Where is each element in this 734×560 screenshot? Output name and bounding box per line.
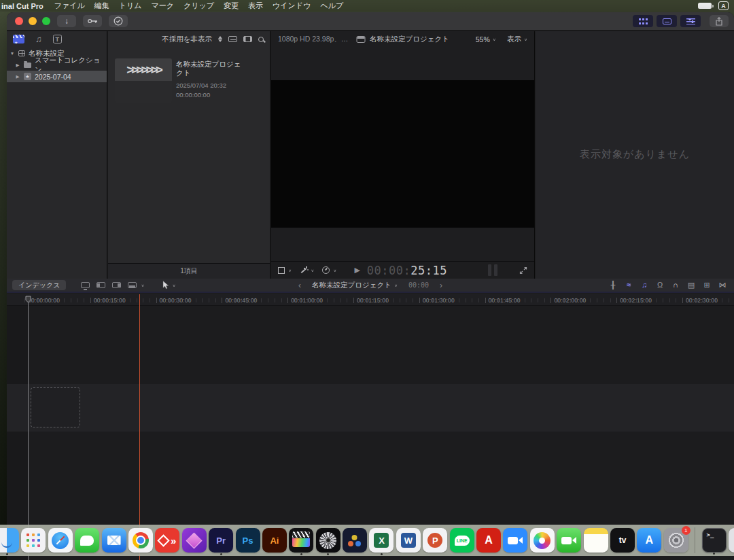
- clip-thumbnail[interactable]: >>>>>>>: [115, 58, 172, 103]
- dock-app-icon[interactable]: [695, 527, 695, 553]
- dock-app-icon[interactable]: [530, 528, 555, 553]
- skimmer-line[interactable]: [139, 294, 140, 560]
- dock-app-icon[interactable]: Pr: [209, 528, 233, 553]
- menu-item[interactable]: ウインドウ: [273, 1, 311, 11]
- forward-arrow[interactable]: ›: [440, 281, 442, 290]
- clips-pane-icon[interactable]: [13, 35, 24, 43]
- playhead-pin-icon[interactable]: [25, 296, 31, 303]
- filmstrip-view-icon[interactable]: [243, 36, 252, 42]
- pointer-tool-dropdown[interactable]: ∨: [162, 281, 176, 290]
- menu-item[interactable]: 編集: [94, 1, 109, 11]
- browser-panel-toggle-button[interactable]: [633, 15, 653, 27]
- dock-app-icon[interactable]: [729, 528, 734, 553]
- titles-pane-icon[interactable]: T: [53, 35, 62, 43]
- dock-app-icon[interactable]: [343, 528, 367, 553]
- dock-app-icon[interactable]: [557, 528, 581, 553]
- disclosure-triangle-icon[interactable]: ▶: [15, 74, 20, 80]
- dock-app-icon[interactable]: [128, 528, 153, 553]
- filter-dropdown[interactable]: 不採用を非表示: [162, 35, 212, 44]
- disclosure-triangle-icon[interactable]: ▶: [15, 63, 20, 68]
- dock-app-icon[interactable]: [0, 528, 19, 553]
- chevron-down-icon[interactable]: ∨: [141, 283, 144, 287]
- menu-item[interactable]: マーク: [152, 1, 175, 11]
- search-icon[interactable]: [258, 37, 264, 42]
- dock-app-icon[interactable]: [503, 528, 527, 553]
- clip-name[interactable]: 名称未設定プロジェクト: [176, 60, 241, 77]
- timeline-option-icon[interactable]: [608, 281, 618, 289]
- import-media-button[interactable]: ↓: [57, 15, 76, 27]
- dock-app-icon[interactable]: A: [476, 528, 501, 553]
- dock-app-icon[interactable]: [48, 528, 73, 553]
- menu-item[interactable]: ヘルプ: [320, 1, 343, 11]
- dock-app-icon[interactable]: LINE: [450, 528, 474, 553]
- dock-app-icon[interactable]: [182, 528, 207, 553]
- timeline-option-icon[interactable]: [702, 281, 712, 289]
- battery-icon[interactable]: [698, 3, 712, 9]
- back-arrow[interactable]: ‹: [298, 281, 301, 290]
- dock-app-icon[interactable]: Ai: [262, 528, 287, 553]
- dock-app-icon[interactable]: P: [423, 528, 447, 553]
- keyword-editor-button[interactable]: [83, 15, 102, 27]
- menu-item[interactable]: 表示: [248, 1, 263, 11]
- app-menu-title[interactable]: inal Cut Pro: [1, 2, 43, 10]
- audio-meters[interactable]: [488, 264, 497, 276]
- share-button[interactable]: [710, 15, 729, 27]
- viewer-canvas[interactable]: [271, 80, 534, 228]
- timeline-area[interactable]: 00:00:00:00 00:00:15:00 00:00:30:00 00:0…: [7, 294, 734, 560]
- dock-app-icon[interactable]: tv: [610, 528, 635, 553]
- play-button[interactable]: ▶: [354, 266, 360, 275]
- enhancements-dropdown[interactable]: ∨: [300, 266, 314, 274]
- viewer-timecode[interactable]: 00:00:25:15: [367, 264, 447, 277]
- clip-drop-placeholder[interactable]: [31, 387, 80, 427]
- transform-tool-dropdown[interactable]: ∨: [278, 267, 292, 274]
- background-tasks-button[interactable]: [109, 15, 128, 27]
- edit-tool-icon[interactable]: [97, 282, 105, 288]
- close-window-button[interactable]: [15, 17, 23, 25]
- dock-app-icon[interactable]: >_: [702, 528, 727, 553]
- sidebar-item[interactable]: ▶ 2025-07-04: [7, 71, 107, 82]
- timeline-option-icon[interactable]: [718, 281, 727, 289]
- format-info-label[interactable]: 1080p HD 23.98p、…: [278, 35, 348, 44]
- timeline-option-icon[interactable]: [671, 281, 680, 289]
- sidebar-item[interactable]: ▶ スマートコレクション: [7, 59, 107, 71]
- menu-item[interactable]: トリム: [119, 1, 142, 11]
- dock-app-icon[interactable]: [584, 528, 608, 553]
- dock-app-icon[interactable]: [21, 528, 46, 553]
- dock-app-icon[interactable]: Ps: [236, 528, 260, 553]
- timeline-option-icon[interactable]: [655, 281, 665, 289]
- playhead-line[interactable]: [28, 296, 29, 560]
- edit-tool-icon[interactable]: [81, 282, 90, 288]
- timeline-ruler[interactable]: 00:00:00:00 00:00:15:00 00:00:30:00 00:0…: [7, 294, 734, 306]
- dock-app-icon[interactable]: [155, 528, 179, 553]
- minimize-window-button[interactable]: [29, 17, 37, 25]
- dock-app-icon[interactable]: 1: [664, 528, 688, 553]
- project-clip-card[interactable]: >>>>>>> 名称未設定プロジェクト 2025/07/04 20:32 00:…: [115, 58, 241, 103]
- dock-app-icon[interactable]: [75, 528, 99, 553]
- index-button[interactable]: インデックス: [12, 280, 66, 290]
- timeline-option-icon[interactable]: [686, 281, 696, 289]
- view-options-dropdown[interactable]: 表示∨: [507, 35, 527, 44]
- inspector-panel-toggle-button[interactable]: [680, 15, 701, 27]
- menu-item[interactable]: 変更: [224, 1, 239, 11]
- timeline-panel-toggle-button[interactable]: [657, 15, 677, 27]
- dock-app-icon[interactable]: [102, 528, 126, 553]
- dock-app-icon[interactable]: [289, 528, 313, 553]
- menu-item[interactable]: クリップ: [184, 1, 214, 11]
- dock-app-icon[interactable]: X: [369, 528, 394, 553]
- fullscreen-icon[interactable]: [519, 266, 527, 275]
- dock-app-icon[interactable]: A: [637, 528, 661, 553]
- disclosure-triangle-icon[interactable]: ▼: [10, 51, 15, 56]
- clip-appearance-icon[interactable]: [228, 36, 237, 42]
- dock-app-icon[interactable]: W: [396, 528, 421, 553]
- retime-dropdown[interactable]: ∨: [322, 266, 336, 274]
- photos-audio-pane-icon[interactable]: ♫: [35, 35, 42, 43]
- zoom-level-dropdown[interactable]: 55%∨: [476, 35, 496, 43]
- zoom-window-button[interactable]: [42, 17, 50, 25]
- filter-stepper-icon[interactable]: [218, 36, 222, 42]
- primary-storyline[interactable]: [7, 384, 734, 432]
- timeline-timecode[interactable]: 00:00: [408, 281, 429, 289]
- timeline-project-dropdown[interactable]: 名称未設定プロジェクト∨: [312, 281, 398, 290]
- menu-item[interactable]: ファイル: [54, 1, 85, 11]
- input-source-icon[interactable]: A: [718, 1, 729, 10]
- edit-tool-icon[interactable]: [112, 282, 121, 288]
